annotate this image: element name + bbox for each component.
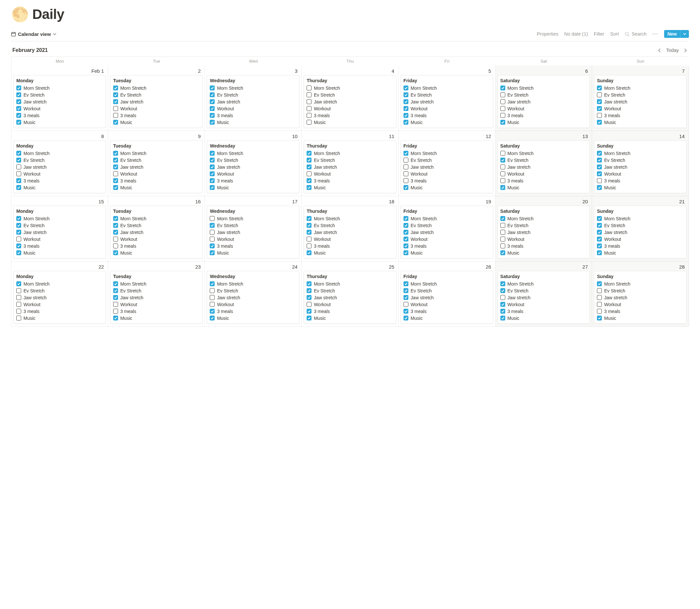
day-card[interactable]: MondayMorn StretchEv StretchJaw stretchW… — [13, 75, 106, 128]
checkbox[interactable] — [500, 120, 505, 125]
calendar-cell[interactable]: 23TuesdayMorn StretchEv StretchJaw stret… — [108, 261, 205, 327]
properties-button[interactable]: Properties — [537, 31, 558, 37]
checkbox[interactable] — [403, 309, 408, 314]
checkbox[interactable] — [307, 99, 311, 104]
checkbox[interactable] — [597, 120, 602, 125]
checkbox[interactable] — [113, 185, 118, 190]
checkbox[interactable] — [210, 106, 215, 111]
checkbox[interactable] — [500, 158, 505, 162]
checkbox[interactable] — [113, 86, 118, 90]
checkbox[interactable] — [307, 86, 311, 90]
day-card[interactable]: SaturdayMorn StretchEv StretchJaw stretc… — [498, 140, 590, 193]
checkbox[interactable] — [113, 223, 118, 228]
day-card[interactable]: TuesdayMorn StretchEv StretchJaw stretch… — [110, 140, 203, 193]
checkbox[interactable] — [16, 178, 21, 183]
checkbox[interactable] — [113, 237, 118, 242]
calendar-cell[interactable]: 4ThursdayMorn StretchEv StretchJaw stret… — [302, 66, 399, 131]
checkbox[interactable] — [307, 164, 311, 169]
checkbox[interactable] — [307, 302, 311, 307]
checkbox[interactable] — [210, 243, 215, 248]
checkbox[interactable] — [307, 223, 311, 228]
checkbox[interactable] — [500, 113, 505, 118]
checkbox[interactable] — [403, 106, 408, 111]
day-card[interactable]: FridayMorn StretchEv StretchJaw stretchW… — [400, 206, 493, 259]
day-card[interactable]: ThursdayMorn StretchEv StretchJaw stretc… — [304, 271, 396, 324]
more-button[interactable]: ··· — [652, 31, 658, 37]
checkbox[interactable] — [500, 281, 505, 286]
checkbox[interactable] — [500, 302, 505, 307]
checkbox[interactable] — [16, 99, 21, 104]
checkbox[interactable] — [500, 295, 505, 300]
day-card[interactable]: SaturdayMorn StretchEv StretchJaw stretc… — [498, 75, 590, 128]
checkbox[interactable] — [403, 216, 408, 221]
checkbox[interactable] — [16, 243, 21, 248]
day-card[interactable]: SundayMorn StretchEv StretchJaw stretchW… — [594, 271, 687, 324]
checkbox[interactable] — [597, 250, 602, 255]
checkbox[interactable] — [307, 237, 311, 242]
day-card[interactable]: WednesdayMorn StretchEv StretchJaw stret… — [207, 75, 300, 128]
checkbox[interactable] — [210, 230, 215, 234]
checkbox[interactable] — [16, 237, 21, 242]
checkbox[interactable] — [403, 92, 408, 97]
calendar-cell[interactable]: 21SundayMorn StretchEv StretchJaw stretc… — [592, 196, 689, 261]
calendar-cell[interactable]: 24WednesdayMorn StretchEv StretchJaw str… — [205, 261, 302, 327]
checkbox[interactable] — [210, 302, 215, 307]
checkbox[interactable] — [210, 281, 215, 286]
checkbox[interactable] — [500, 86, 505, 90]
checkbox[interactable] — [113, 178, 118, 183]
calendar-cell[interactable]: 11ThursdayMorn StretchEv StretchJaw stre… — [302, 131, 399, 196]
checkbox[interactable] — [403, 295, 408, 300]
checkbox[interactable] — [307, 185, 311, 190]
checkbox[interactable] — [597, 281, 602, 286]
checkbox[interactable] — [597, 178, 602, 183]
checkbox[interactable] — [500, 92, 505, 97]
checkbox[interactable] — [16, 216, 21, 221]
day-card[interactable]: WednesdayMorn StretchEv StretchJaw stret… — [207, 206, 300, 259]
checkbox[interactable] — [597, 92, 602, 97]
calendar-cell[interactable]: 13SaturdayMorn StretchEv StretchJaw stre… — [496, 131, 592, 196]
calendar-cell[interactable]: 16TuesdayMorn StretchEv StretchJaw stret… — [108, 196, 205, 261]
checkbox[interactable] — [403, 171, 408, 176]
checkbox[interactable] — [597, 309, 602, 314]
calendar-cell[interactable]: 27SaturdayMorn StretchEv StretchJaw stre… — [496, 261, 592, 327]
checkbox[interactable] — [16, 86, 21, 90]
checkbox[interactable] — [113, 243, 118, 248]
checkbox[interactable] — [210, 171, 215, 176]
checkbox[interactable] — [500, 178, 505, 183]
checkbox[interactable] — [403, 120, 408, 125]
calendar-cell[interactable]: 28SundayMorn StretchEv StretchJaw stretc… — [592, 261, 689, 327]
next-month-button[interactable] — [683, 48, 688, 53]
calendar-cell[interactable]: 17WednesdayMorn StretchEv StretchJaw str… — [205, 196, 302, 261]
checkbox[interactable] — [403, 237, 408, 242]
checkbox[interactable] — [210, 216, 215, 221]
checkbox[interactable] — [16, 164, 21, 169]
calendar-cell[interactable]: 8MondayMorn StretchEv StretchJaw stretch… — [12, 131, 108, 196]
checkbox[interactable] — [16, 250, 21, 255]
checkbox[interactable] — [113, 113, 118, 118]
checkbox[interactable] — [403, 178, 408, 183]
calendar-cell[interactable]: 25ThursdayMorn StretchEv StretchJaw stre… — [302, 261, 399, 327]
calendar-cell[interactable]: 22MondayMorn StretchEv StretchJaw stretc… — [12, 261, 108, 327]
checkbox[interactable] — [500, 164, 505, 169]
checkbox[interactable] — [113, 171, 118, 176]
checkbox[interactable] — [113, 216, 118, 221]
checkbox[interactable] — [113, 295, 118, 300]
page-icon[interactable]: 🌕 — [11, 7, 29, 21]
calendar-cell[interactable]: 26FridayMorn StretchEv StretchJaw stretc… — [399, 261, 496, 327]
checkbox[interactable] — [210, 164, 215, 169]
checkbox[interactable] — [307, 92, 311, 97]
checkbox[interactable] — [403, 113, 408, 118]
day-card[interactable]: ThursdayMorn StretchEv StretchJaw stretc… — [304, 140, 396, 193]
calendar-cell[interactable]: 10WednesdayMorn StretchEv StretchJaw str… — [205, 131, 302, 196]
checkbox[interactable] — [500, 106, 505, 111]
new-button-dropdown[interactable] — [680, 30, 689, 38]
calendar-cell[interactable]: 5FridayMorn StretchEv StretchJaw stretch… — [399, 66, 496, 131]
prev-month-button[interactable] — [657, 48, 662, 53]
filter-button[interactable]: Filter — [594, 31, 604, 37]
checkbox[interactable] — [16, 106, 21, 111]
checkbox[interactable] — [597, 316, 602, 320]
checkbox[interactable] — [210, 250, 215, 255]
day-card[interactable]: FridayMorn StretchEv StretchJaw stretchW… — [400, 140, 493, 193]
checkbox[interactable] — [16, 120, 21, 125]
checkbox[interactable] — [500, 223, 505, 228]
